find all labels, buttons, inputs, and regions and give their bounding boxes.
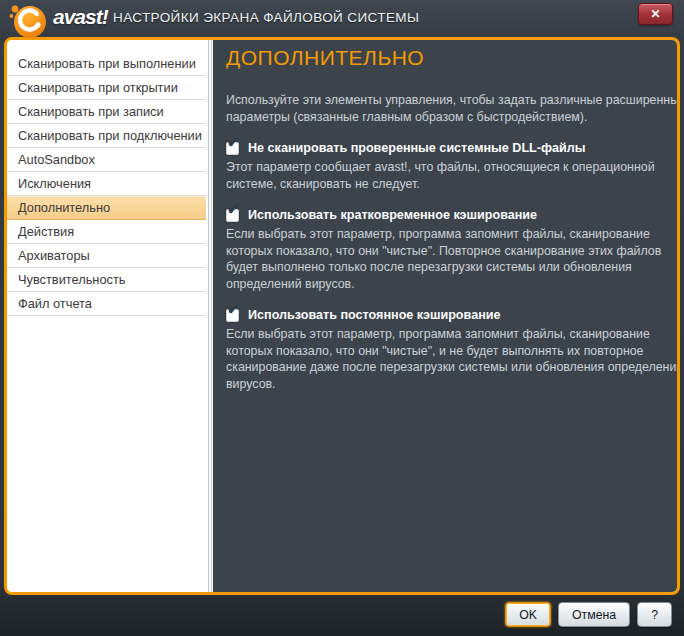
check-icon: ✔ [227,134,240,149]
sidebar-item-label: Файл отчета [18,296,92,311]
sidebar-item-label: Исключения [18,176,91,191]
settings-panel: Сканировать при выполнении Сканировать п… [4,37,680,595]
option-skip-system-dll: ✔ Не сканировать проверенные системные D… [226,141,661,192]
sidebar-item-label: AutoSandbox [18,152,95,167]
dialog-buttons: OK Отмена ? [505,602,672,627]
checkbox-label[interactable]: Использовать постоянное кэширование [248,308,500,322]
checkbox-row: ✔ Использовать постоянное кэширование [226,308,661,322]
sidebar-item-autosandbox[interactable]: AutoSandbox [7,148,206,172]
sidebar-item-label: Сканировать при подключении [18,128,202,143]
sidebar-item-exclusions[interactable]: Исключения [7,172,206,196]
sidebar-item-label: Сканировать при открытии [18,80,178,95]
sidebar-item-label: Сканировать при записи [18,104,164,119]
check-icon: ✔ [227,201,240,216]
sidebar-list: Сканировать при выполнении Сканировать п… [7,52,206,316]
sidebar-item-label: Дополнительно [18,200,110,215]
option-description: Этот параметр сообщает avast!, что файлы… [226,159,677,192]
checkbox-row: ✔ Использовать кратковременное кэширован… [226,208,661,222]
checkbox-transient-cache[interactable]: ✔ [226,209,239,222]
option-description: Если выбрать этот параметр, программа за… [226,226,677,292]
sidebar-item-label: Действия [18,224,74,239]
help-button[interactable]: ? [637,602,672,627]
title-bar: avast! НАСТРОЙКИ ЭКРАНА ФАЙЛОВОЙ СИСТЕМЫ… [0,0,684,37]
option-persistent-cache: ✔ Использовать постоянное кэширование Ес… [226,308,661,392]
cancel-button[interactable]: Отмена [558,602,630,627]
sidebar-item-label: Сканировать при выполнении [18,56,196,71]
page-title-reflection: ДОПОЛНИТЕЛЬНО [226,67,661,82]
sidebar: Сканировать при выполнении Сканировать п… [7,40,206,592]
ok-button[interactable]: OK [505,602,551,627]
sidebar-item-sensitivity[interactable]: Чувствительность [7,268,206,292]
option-description: Если выбрать этот параметр, программа за… [226,326,677,392]
sidebar-item-label: Чувствительность [18,272,125,287]
sidebar-splitter[interactable] [206,40,213,592]
close-icon: ✕ [650,7,660,21]
sidebar-item-scan-on-write[interactable]: Сканировать при записи [7,100,206,124]
sidebar-item-report-file[interactable]: Файл отчета [7,292,206,316]
checkbox-persistent-cache[interactable]: ✔ [226,309,239,322]
check-icon: ✔ [227,301,240,316]
window-title: НАСТРОЙКИ ЭКРАНА ФАЙЛОВОЙ СИСТЕМЫ [113,10,419,25]
intro-text: Используйте эти элементы управления, что… [226,92,677,125]
sidebar-item-scan-on-execute[interactable]: Сканировать при выполнении [7,52,206,76]
brand-wordmark: avast! [53,5,108,29]
avast-logo-icon [9,1,49,41]
checkbox-label[interactable]: Не сканировать проверенные системные DLL… [248,141,586,155]
option-transient-cache: ✔ Использовать кратковременное кэширован… [226,208,661,292]
sidebar-item-advanced[interactable]: Дополнительно [7,196,206,220]
checkbox-label[interactable]: Использовать кратковременное кэширование [248,208,537,222]
checkbox-skip-system-dll[interactable]: ✔ [226,142,239,155]
sidebar-item-scan-on-open[interactable]: Сканировать при открытии [7,76,206,100]
sidebar-item-scan-on-attach[interactable]: Сканировать при подключении [7,124,206,148]
sidebar-item-actions[interactable]: Действия [7,220,206,244]
content-pane: ДОПОЛНИТЕЛЬНО ДОПОЛНИТЕЛЬНО Используйте … [213,40,677,592]
checkbox-row: ✔ Не сканировать проверенные системные D… [226,141,661,155]
avast-settings-window: { "window": { "brand": "avast!", "title"… [0,0,684,636]
sidebar-item-label: Архиваторы [18,248,90,263]
footer: OK Отмена ? [0,595,684,636]
close-button[interactable]: ✕ [638,3,673,25]
sidebar-item-packers[interactable]: Архиваторы [7,244,206,268]
